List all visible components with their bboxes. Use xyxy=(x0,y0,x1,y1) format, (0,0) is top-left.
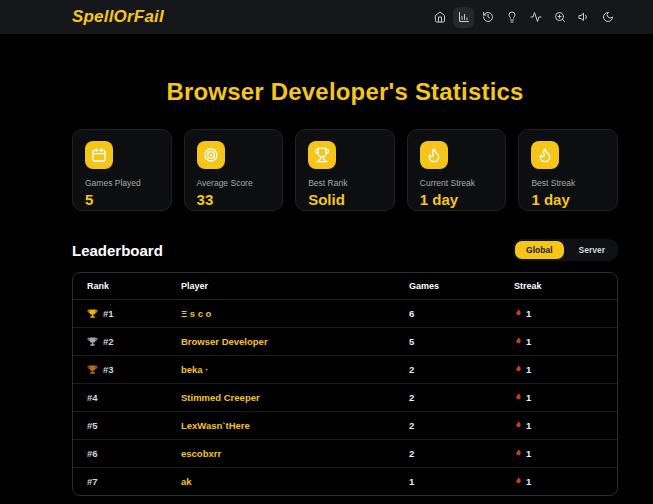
player-link[interactable]: ak xyxy=(181,476,192,487)
table-row: #3 beka · 2 1 xyxy=(73,355,617,383)
stat-value: 1 day xyxy=(420,191,494,208)
leaderboard-table: Rank Player Games Streak #1 Ξ s c o 6 1 … xyxy=(72,272,618,496)
table-header-row: Rank Player Games Streak xyxy=(73,273,617,299)
games-cell: 2 xyxy=(409,355,514,383)
server-tab[interactable]: Server xyxy=(568,241,616,259)
main-content: Browser Developer's Statistics Games Pla… xyxy=(72,78,618,496)
stat-value: Solid xyxy=(308,191,382,208)
activity-icon[interactable] xyxy=(525,7,546,28)
lightbulb-icon[interactable] xyxy=(501,7,522,28)
target-icon xyxy=(197,141,225,169)
history-icon[interactable] xyxy=(477,7,498,28)
rank-cell: #2 xyxy=(73,327,181,355)
player-cell: Ξ s c o xyxy=(181,299,409,327)
stat-card-best-streak: Best Streak 1 day xyxy=(518,129,618,211)
rank-cell: #7 xyxy=(73,467,181,495)
app-header: SpellOrFail xyxy=(0,0,653,34)
player-cell: ak xyxy=(181,467,409,495)
streak-cell: 1 xyxy=(514,327,617,355)
stats-cards: Games Played 5 Average Score 33 Best Ran… xyxy=(72,129,618,211)
games-cell: 2 xyxy=(409,383,514,411)
flame-icon xyxy=(514,448,523,458)
flame-icon xyxy=(514,336,523,346)
stat-label: Average Score xyxy=(197,178,271,188)
table-row: #7 ak 1 1 xyxy=(73,467,617,495)
column-streak: Streak xyxy=(514,273,617,299)
streak-cell: 1 xyxy=(514,467,617,495)
player-link[interactable]: LexWasn`tHere xyxy=(181,420,250,431)
trophy-icon xyxy=(308,141,336,169)
rank-cell: #1 xyxy=(73,299,181,327)
column-rank: Rank xyxy=(73,273,181,299)
volume-icon[interactable] xyxy=(573,7,594,28)
streak-cell: 1 xyxy=(514,439,617,467)
stat-value: 1 day xyxy=(531,191,605,208)
scope-toggle: Global Server xyxy=(513,239,618,261)
rank-cell: #6 xyxy=(73,439,181,467)
player-cell: LexWasn`tHere xyxy=(181,411,409,439)
stat-card-games-played: Games Played 5 xyxy=(72,129,172,211)
stat-card-average-score: Average Score 33 xyxy=(184,129,284,211)
flame-icon xyxy=(514,476,523,486)
stat-label: Current Streak xyxy=(420,178,494,188)
player-link[interactable]: escobxrr xyxy=(181,448,221,459)
rank-cell: #4 xyxy=(73,383,181,411)
page-title: Browser Developer's Statistics xyxy=(72,78,618,106)
games-cell: 2 xyxy=(409,411,514,439)
flame-icon xyxy=(420,141,448,169)
stat-label: Best Streak xyxy=(531,178,605,188)
moon-icon[interactable] xyxy=(597,7,618,28)
stat-label: Best Rank xyxy=(308,178,382,188)
streak-cell: 1 xyxy=(514,299,617,327)
player-cell: Browser Developer xyxy=(181,327,409,355)
table-row: #5 LexWasn`tHere 2 1 xyxy=(73,411,617,439)
column-games: Games xyxy=(409,273,514,299)
calendar-icon xyxy=(85,141,113,169)
player-link[interactable]: Stimmed Creeper xyxy=(181,392,260,403)
table-row: #6 escobxrr 2 1 xyxy=(73,439,617,467)
stat-value: 5 xyxy=(85,191,159,208)
rank-cell: #3 xyxy=(73,355,181,383)
rank-cell: #5 xyxy=(73,411,181,439)
home-icon[interactable] xyxy=(429,7,450,28)
nav-icons xyxy=(429,7,618,28)
flame-icon xyxy=(514,308,523,318)
games-cell: 6 xyxy=(409,299,514,327)
player-cell: escobxrr xyxy=(181,439,409,467)
games-cell: 2 xyxy=(409,439,514,467)
player-cell: beka · xyxy=(181,355,409,383)
global-tab[interactable]: Global xyxy=(515,241,563,259)
leaderboard-title: Leaderboard xyxy=(72,242,163,259)
trophy-icon xyxy=(87,308,98,319)
streak-cell: 1 xyxy=(514,383,617,411)
stat-value: 33 xyxy=(197,191,271,208)
zoom-in-icon[interactable] xyxy=(549,7,570,28)
stat-card-current-streak: Current Streak 1 day xyxy=(407,129,507,211)
player-link[interactable]: beka · xyxy=(181,364,208,375)
stats-icon[interactable] xyxy=(453,7,474,28)
player-link[interactable]: Ξ s c o xyxy=(181,308,211,319)
games-cell: 1 xyxy=(409,467,514,495)
trophy-icon xyxy=(87,364,98,375)
flame-icon xyxy=(514,364,523,374)
streak-cell: 1 xyxy=(514,355,617,383)
stat-card-best-rank: Best Rank Solid xyxy=(295,129,395,211)
player-cell: Stimmed Creeper xyxy=(181,383,409,411)
flame-icon xyxy=(514,392,523,402)
table-row: #2 Browser Developer 5 1 xyxy=(73,327,617,355)
app-logo[interactable]: SpellOrFail xyxy=(72,7,164,27)
games-cell: 5 xyxy=(409,327,514,355)
player-link[interactable]: Browser Developer xyxy=(181,336,268,347)
flame-icon xyxy=(531,141,559,169)
column-player: Player xyxy=(181,273,409,299)
trophy-icon xyxy=(87,336,98,347)
table-row: #4 Stimmed Creeper 2 1 xyxy=(73,383,617,411)
flame-icon xyxy=(514,420,523,430)
stat-label: Games Played xyxy=(85,178,159,188)
streak-cell: 1 xyxy=(514,411,617,439)
table-row: #1 Ξ s c o 6 1 xyxy=(73,299,617,327)
